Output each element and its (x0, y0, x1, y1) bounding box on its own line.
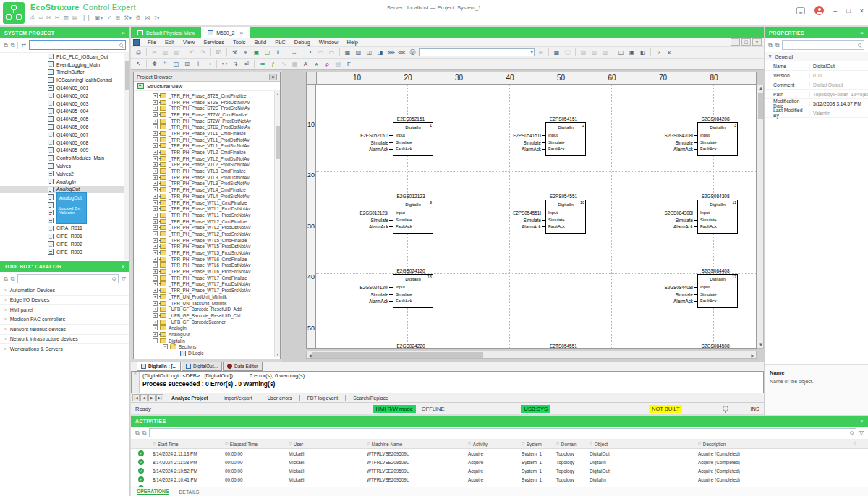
browser-tree-item[interactable]: DILogic (134, 350, 280, 356)
sidebar-tree-item[interactable]: Q140N05_009 (0, 147, 129, 155)
expand-icon[interactable]: + (153, 275, 158, 281)
browser-tree-item[interactable]: +_TPR_PH_Phase_ST2S_ProdSrcNotAv (134, 105, 280, 111)
output-nav-icon[interactable]: ◀ (140, 394, 148, 401)
property-value[interactable]: 5/12/2008 3:14:57 PM (809, 101, 868, 106)
expand-icon[interactable]: + (153, 320, 158, 325)
browser-tree-item[interactable]: +_UFB_GF_Barcode_ResetUID_Ctrl (134, 312, 280, 319)
toolbox-category-hmi-panel[interactable]: ›HMI panel (0, 305, 129, 315)
layout-1-icon[interactable]: ▦ (343, 48, 352, 57)
expand-icon[interactable]: + (153, 162, 158, 167)
toolbox-search-input[interactable] (17, 274, 118, 283)
view-tab-m580-2[interactable]: M580_2× (201, 27, 250, 38)
properties-view-icon[interactable]: ⧉ (768, 42, 773, 49)
select-icon[interactable]: ↖ (134, 59, 143, 68)
toolbox-category-network-infrastructure-devices[interactable]: ›Network infrastructure devices (0, 335, 129, 345)
block-body[interactable]: 11DigitalInInputSimulateFaultAck (697, 200, 738, 234)
output-nav-icon[interactable]: ▶| (156, 394, 163, 401)
function-block-S2GS084308[interactable]: S2GS08430811DigitalInInputSimulateFaultA… (628, 194, 744, 244)
keyboard-icon[interactable]: k (665, 48, 674, 57)
jump-icon[interactable]: ↴ (231, 59, 240, 68)
expand-icon[interactable]: + (153, 301, 158, 306)
scroll-down-icon[interactable]: ▼ (275, 351, 280, 357)
output-tab-user-errors[interactable]: User errors (260, 395, 300, 401)
expand-icon[interactable]: + (153, 257, 158, 262)
link-icon[interactable]: ⚯ (46, 14, 51, 22)
system-project-scrollbar[interactable] (124, 53, 129, 260)
system-project-search-input[interactable] (29, 40, 126, 50)
menu-plc[interactable]: PLC (271, 39, 290, 46)
activity-row[interactable]: ✓8/14/2024 2:10:52 PM00:00:00MickaëlWTFR… (131, 466, 868, 475)
activities-view-icon[interactable]: ⧉ (135, 429, 140, 437)
expand-icon[interactable]: + (153, 175, 158, 180)
block-body[interactable]: 10DigitalInInputSimulateFaultAck (545, 200, 586, 234)
cut-icon[interactable]: ✂ (55, 14, 60, 22)
expand-icon[interactable]: + (153, 131, 158, 136)
browser-tree-item[interactable]: +_TPR_PH_Phase_ST2W_CmdFinalize (134, 111, 280, 118)
rho-icon[interactable]: ρ (323, 59, 332, 68)
contact-icon[interactable]: ⊣⊢ (193, 59, 203, 68)
browser-tree-item[interactable]: +_TPR_PH_Phase_VTL3_ProdDstNotAv (134, 174, 280, 181)
expand-icon[interactable]: + (153, 281, 158, 286)
maximize-button[interactable]: □ (846, 7, 850, 15)
menu-window[interactable]: Window (315, 39, 343, 46)
column-header-elapsed-time[interactable]: ▽Elapsed Time (222, 442, 286, 447)
tile-icon[interactable]: ◫ (616, 48, 626, 57)
column-header-domain[interactable]: ▽Domain (553, 442, 587, 447)
expand-icon[interactable]: + (153, 100, 158, 105)
text-large-icon[interactable]: A (301, 59, 310, 68)
property-value[interactable]: DigitalOut (809, 64, 868, 69)
help-icon[interactable]: ? (654, 48, 663, 57)
structural-view-root[interactable]: Structural view (134, 82, 280, 91)
browser-tree-item[interactable]: +_TPR_PH_Phase_WTL7_CmdFinalize (134, 275, 280, 281)
activities-close-icon[interactable]: × (860, 418, 864, 424)
layout-2-icon[interactable]: ▧ (354, 48, 363, 57)
toolbox-list-icon[interactable]: ⧉ (11, 275, 15, 283)
sidebar-tree-item[interactable]: IOScanningHealthControl (0, 76, 129, 84)
toolbox-view-icon[interactable]: ⧉ (4, 275, 8, 283)
expand-icon[interactable]: + (153, 143, 158, 148)
browser-tree-item[interactable]: +_TPR_UN_ProdUnit_MtrIntlk (134, 294, 280, 300)
coil-icon[interactable]: ⊸ (204, 59, 213, 68)
sidebar-tree-item[interactable]: Q140N05_006 (0, 123, 129, 131)
toolbox-close-icon[interactable]: × (122, 263, 125, 270)
var-icon[interactable]: ≔ (258, 59, 267, 68)
expand-icon[interactable]: + (153, 200, 158, 205)
function-block-E2GS024120[interactable]: E2GS02412016DigitalInInputSimulateFaultA… (323, 268, 439, 319)
sidebar-tree-item[interactable]: ControlModules_Main (0, 154, 129, 162)
help-icon[interactable]: ?▾ (153, 14, 159, 22)
sidebar-tree-item[interactable]: Q140N05_005 (0, 115, 129, 123)
sidebar-tree-item[interactable]: AnalogIn (0, 178, 129, 186)
transfer-icon[interactable]: ⬆ (273, 48, 283, 57)
browser-tree-item[interactable]: +_TPR_PH_Phase_WTL2_ProdSrcNotAv (134, 231, 280, 237)
browser-tree-item[interactable]: +_TPR_PH_Phase_VTL3_CmdFinalize (134, 168, 280, 174)
validate-icon[interactable]: ✓ (107, 14, 112, 22)
expand-icon[interactable]: + (153, 194, 158, 199)
expand-icon[interactable]: + (153, 106, 158, 111)
mdi-minimize-button[interactable]: – (731, 38, 740, 46)
property-value[interactable]: Topology\Folder_1\Projec... (809, 92, 868, 97)
expand-icon[interactable]: + (153, 225, 158, 230)
sidebar-tree-item[interactable]: Q140N05_007 (0, 131, 129, 139)
function-block-S2GS084208[interactable]: S2GS0842083DigitalInInputSimulateFaultAc… (628, 116, 744, 167)
clock-icon[interactable]: ◔ (305, 48, 315, 57)
column-header-system[interactable]: ▽System (519, 442, 553, 447)
ffb-icon[interactable]: ◫ (171, 59, 181, 68)
properties-close-icon[interactable]: × (860, 30, 864, 36)
expand-icon[interactable]: + (153, 325, 158, 330)
minimize-button[interactable]: – (833, 7, 837, 15)
browser-tree-item[interactable]: +_TPR_PH_Phase_VTL2_ProdSrcNotAv (134, 162, 280, 168)
activities-filter-icon[interactable]: ▽ (859, 429, 864, 436)
dfb-icon[interactable]: ⌗ (161, 59, 170, 68)
find-prev-icon[interactable]: ⋘ (397, 48, 407, 57)
expand-icon[interactable]: + (153, 181, 158, 186)
expand-icon[interactable]: + (153, 112, 158, 117)
column-header-object[interactable]: ▽Object (587, 442, 695, 447)
browser-tree-item[interactable]: +_TPR_PH_Phase_ST2W_ProdDstNotAv (134, 118, 280, 124)
function-block-E2TS054551[interactable]: E2TS05455124DigitalInInputSimulateFaultA… (476, 343, 592, 349)
toolbox-filter-icon[interactable]: ▽ (122, 275, 126, 282)
browser-tree-item[interactable]: −DigitalIn (134, 338, 280, 344)
property-value[interactable]: Digital Output (809, 82, 868, 87)
find-next-icon[interactable]: ⋙ (386, 48, 396, 57)
output-nav-icon[interactable]: |◀ (132, 394, 140, 401)
paste-icon[interactable]: ▤ (72, 14, 78, 22)
